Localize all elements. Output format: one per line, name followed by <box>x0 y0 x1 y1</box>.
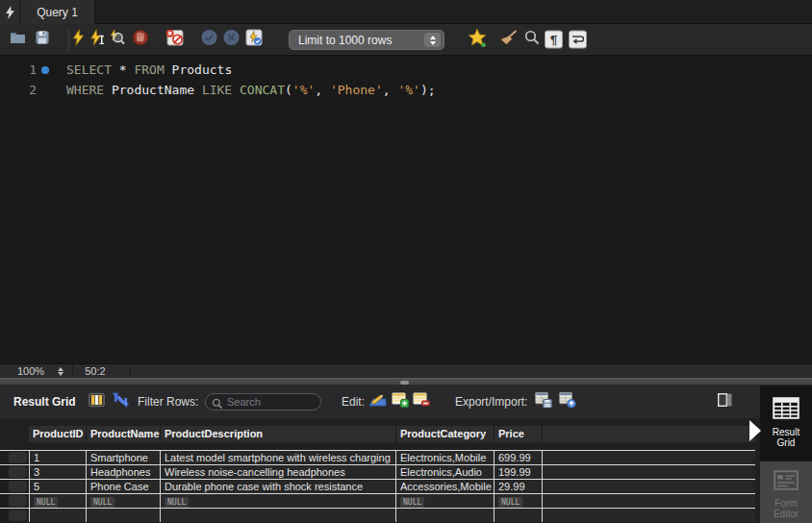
refresh-icon[interactable] <box>113 392 129 412</box>
row-selector[interactable] <box>0 451 29 464</box>
cell[interactable] <box>494 509 542 522</box>
tab-bar: Query 1 <box>0 0 812 24</box>
rollback-icon[interactable] <box>223 30 240 50</box>
cell-filler <box>542 451 755 464</box>
main-toolbar: Limit to 1000 rows ¶ <box>0 24 812 56</box>
explain-plan-icon[interactable] <box>109 30 125 50</box>
cell[interactable]: NULL <box>395 494 494 508</box>
cell-filler <box>542 465 755 479</box>
cell-filler <box>542 494 755 508</box>
code-line-1[interactable]: 1 SELECT * FROM Products <box>0 60 232 80</box>
code-line-2[interactable]: 2 WHERE ProductName LIKE CONCAT('%', 'Ph… <box>0 80 436 100</box>
limit-rows-dropdown[interactable]: Limit to 1000 rows <box>289 30 444 50</box>
form-editor-icon <box>774 470 799 494</box>
cell[interactable]: Electronics,Mobile <box>395 451 494 464</box>
cursor-position: 50:2 <box>85 365 121 377</box>
result-grid-toolbar: Result Grid Filter Rows: Edit: Export/Im… <box>0 386 760 418</box>
column-header-productcategory[interactable]: ProductCategory <box>395 426 494 442</box>
find-icon[interactable] <box>524 30 540 49</box>
search-input[interactable] <box>227 394 318 410</box>
cell[interactable]: Wireless noise-cancelling headphones <box>160 465 395 479</box>
edit-label: Edit: <box>342 395 365 409</box>
cell[interactable]: NULL <box>29 494 86 508</box>
cell-filler <box>542 480 755 493</box>
empty-row[interactable] <box>0 509 755 522</box>
null-placeholder-row[interactable]: NULL NULL NULL NULL NULL <box>0 494 755 509</box>
cell[interactable]: 3 <box>29 465 86 479</box>
wrap-text-icon[interactable] <box>569 31 587 49</box>
row-selector[interactable] <box>0 494 29 508</box>
cell[interactable]: NULL <box>86 494 160 508</box>
form-editor-label: FormEditor <box>774 498 799 519</box>
cell[interactable] <box>86 509 160 522</box>
cell[interactable]: NULL <box>494 494 542 508</box>
mysql-workbench-window: Query 1 <box>0 0 812 523</box>
sql-editor[interactable]: 1 SELECT * FROM Products 2 WHERE Product… <box>0 56 812 363</box>
cell[interactable]: Durable phone case with shock resistance <box>160 480 395 493</box>
column-header-productid[interactable]: ProductID <box>29 426 86 442</box>
table-row[interactable]: 1 Smartphone Latest model smartphone wit… <box>0 451 755 465</box>
line-number: 2 <box>0 83 37 97</box>
column-header-productdescription[interactable]: ProductDescription <box>160 426 395 442</box>
beautify-icon[interactable] <box>499 30 518 50</box>
cell[interactable]: Accessories,Mobile <box>395 480 494 493</box>
row-selector[interactable] <box>0 480 29 493</box>
cell[interactable]: Smartphone <box>86 451 160 464</box>
result-grid: ProductID ProductName ProductDescription… <box>0 418 760 523</box>
cell[interactable] <box>395 509 494 522</box>
edit-record-icon[interactable] <box>368 393 387 411</box>
insert-row-icon[interactable] <box>392 392 409 411</box>
result-grid-icon <box>773 397 799 423</box>
null-badge: NULL <box>400 497 424 508</box>
export-icon[interactable] <box>535 392 552 412</box>
null-badge: NULL <box>34 497 58 508</box>
pane-splitter[interactable] <box>0 378 812 386</box>
toggle-autocommit-icon[interactable] <box>245 29 263 50</box>
kill-query-icon[interactable] <box>165 29 184 50</box>
column-layout-icon[interactable] <box>89 393 105 411</box>
open-file-icon[interactable] <box>10 31 26 48</box>
cell[interactable] <box>160 509 395 522</box>
panel-toggle-icon[interactable] <box>717 392 733 411</box>
cell[interactable]: 29.99 <box>494 480 542 493</box>
table-row[interactable]: 5 Phone Case Durable phone case with sho… <box>0 480 755 494</box>
invisibles-icon[interactable]: ¶ <box>545 31 563 49</box>
column-header-filler <box>542 426 755 442</box>
tab-label: Query 1 <box>20 6 94 19</box>
cell[interactable]: Electronics,Audio <box>395 465 494 479</box>
null-badge: NULL <box>498 497 522 508</box>
status-separator <box>130 364 131 379</box>
zoom-stepper[interactable] <box>58 367 63 376</box>
splitter-handle-icon[interactable] <box>400 381 409 385</box>
cell[interactable]: 699.99 <box>494 451 542 464</box>
commit-icon[interactable] <box>201 30 217 50</box>
execute-current-statement-icon[interactable] <box>90 30 105 50</box>
sidebar-item-result-grid[interactable]: ResultGrid <box>760 386 812 461</box>
cell[interactable] <box>29 509 86 522</box>
row-selector[interactable] <box>0 465 29 479</box>
column-header-productname[interactable]: ProductName <box>86 426 160 442</box>
cell[interactable]: Headphones <box>86 465 160 479</box>
cell[interactable]: Latest model smartphone with wireless ch… <box>160 451 395 464</box>
export-import-label: Export/Import: <box>455 395 527 409</box>
cell[interactable]: 5 <box>29 480 86 493</box>
column-header-price[interactable]: Price <box>494 426 542 442</box>
row-selector[interactable] <box>0 509 29 522</box>
cell[interactable]: Phone Case <box>86 480 160 493</box>
sidebar-item-form-editor[interactable]: FormEditor <box>760 461 812 523</box>
tab-query-1[interactable]: Query 1 <box>0 0 95 24</box>
stop-icon[interactable] <box>133 30 148 49</box>
cell[interactable]: 1 <box>29 451 86 464</box>
delete-row-icon[interactable] <box>413 392 430 411</box>
filter-search-box[interactable] <box>205 393 321 411</box>
filter-rows-label: Filter Rows: <box>138 395 198 409</box>
sidebar-collapse-arrow-icon[interactable] <box>749 420 761 441</box>
dropdown-stepper-icon <box>424 33 441 47</box>
save-icon[interactable] <box>36 31 49 48</box>
cell[interactable]: NULL <box>160 494 395 508</box>
cell[interactable]: 199.99 <box>494 465 542 479</box>
execute-icon[interactable] <box>72 30 85 50</box>
table-row[interactable]: 3 Headphones Wireless noise-cancelling h… <box>0 465 755 480</box>
new-snippet-icon[interactable] <box>468 28 488 51</box>
import-icon[interactable] <box>559 392 576 412</box>
